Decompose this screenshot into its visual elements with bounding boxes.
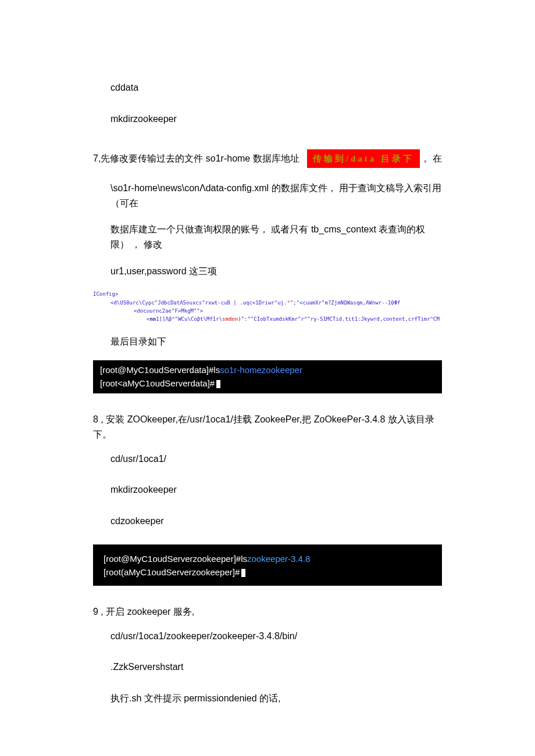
step-8-mkdir: mkdirzookeeper bbox=[93, 482, 442, 497]
step-7-prefix: 7,先修改要传输过去的文件 so1r-home 数据库地址 bbox=[93, 151, 299, 166]
document-page: cddata mkdirzookeeper 7,先修改要传输过去的文件 so1r… bbox=[0, 0, 535, 756]
term1-line-2: [root<aMyC1oudServerdata]# bbox=[100, 377, 435, 390]
cmd-cddata: cddata bbox=[93, 80, 442, 95]
step-7-line2: \so1r-home\news\conΛdata-config.xml 的数据库… bbox=[93, 181, 442, 210]
xml-line-4: <nn1[]Λβ^"WCu\Coβt\Mf1r\smdon)":""CIobTx… bbox=[93, 315, 442, 323]
step-9: 9 , 开启 zookeeper 服务, bbox=[93, 604, 442, 619]
xml-line-1: IConfig> bbox=[93, 290, 442, 298]
cursor-icon bbox=[216, 380, 220, 388]
term2-line-1: [root@MyC1oudServerzookeeper]#lszookeepe… bbox=[104, 553, 431, 566]
red-highlight-stamp: 传输到/data 目录下 bbox=[307, 149, 420, 168]
step-9-cd: cd/usr/1oca1/zookeeper/zookeeper-3.4.8/b… bbox=[93, 629, 442, 644]
terminal-block-2: [root@MyC1oudServerzookeeper]#lszookeepe… bbox=[93, 544, 442, 586]
step-9-start: .ZzkServershstart bbox=[93, 660, 442, 675]
xml-config-snippet: IConfig> <d\US0urc\Cypc"JdbcDatASouxcs"r… bbox=[93, 290, 442, 324]
xml-line-2: <d\US0urc\Cypc"JdbcDatASouxcs"rxwt-cuB |… bbox=[93, 299, 442, 307]
term1-line-1: [root@MyC1oudServerdata]#lsso1r-homezook… bbox=[100, 364, 435, 377]
step-7-tail: 。在 bbox=[423, 151, 442, 166]
step-8-cdzk: cdzookeeper bbox=[93, 514, 442, 529]
step-7-row: 7,先修改要传输过去的文件 so1r-home 数据库地址 传输到/data 目… bbox=[93, 149, 442, 168]
step-9-note: 执行.sh 文件提示 permissiondenied 的话, bbox=[93, 691, 442, 706]
step-7-line4: ur1,user,password 这三项 bbox=[93, 264, 442, 279]
cursor-icon bbox=[241, 569, 245, 577]
step-7-line3: 数据库建立一个只做查询权限的账号， 或者只有 tb_cms_context 表查… bbox=[93, 222, 442, 252]
step-8: 8 , 安装 ZOOkeeper,在/usr/1oca1/挂载 ZookeePe… bbox=[93, 412, 442, 442]
terminal-block-1: [root@MyC1oudServerdata]#lsso1r-homezook… bbox=[93, 360, 442, 393]
step-8-cd: cd/usr/1oca1/ bbox=[93, 452, 442, 467]
xml-line-3: <docuurnc2ae"F>MkgM""> bbox=[93, 307, 442, 315]
cmd-mkdir-zookeeper-1: mkdirzookeeper bbox=[93, 112, 442, 127]
term2-line-2: [root(aMyC1oudServerzookeeper]# bbox=[104, 566, 431, 579]
final-dir-label: 最后目录如下 bbox=[93, 334, 442, 349]
